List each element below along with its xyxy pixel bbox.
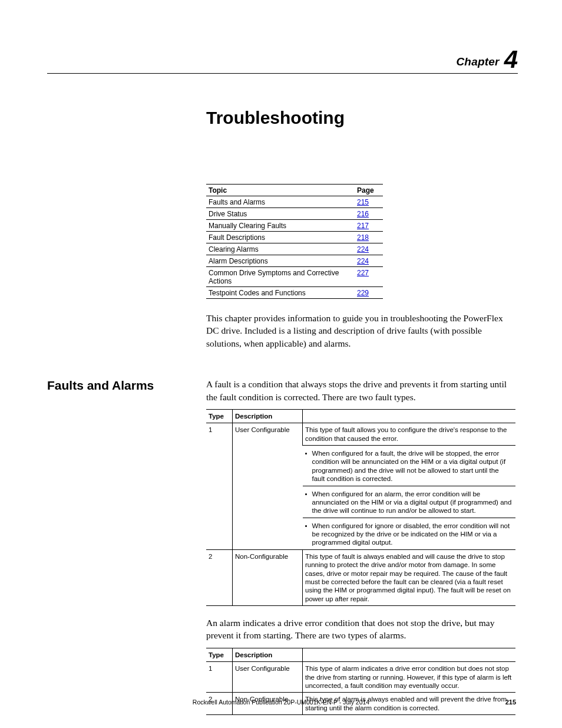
fault-desc-cell: •When configured for a fault, the drive … (303, 446, 516, 486)
chapter-header: Chapter 4 (47, 47, 518, 74)
bullet-icon: • (305, 449, 308, 483)
fault-name-cell: Non-Configurable (233, 549, 303, 605)
chapter-number: 4 (504, 45, 518, 73)
topic-row: Alarm Descriptions 224 (206, 255, 383, 267)
fault-bullet-text: When configured for ignore or disabled, … (312, 522, 512, 547)
footer-page-number: 215 (505, 699, 516, 706)
fault-desc-cell: •When configured for ignore or disabled,… (303, 518, 516, 549)
chapter-label: Chapter (456, 55, 499, 68)
alarm-intro-paragraph: An alarm indicates a drive error conditi… (206, 617, 518, 642)
page-title: Troubleshooting (206, 108, 518, 128)
section-heading-faults-and-alarms: Faults and Alarms (47, 378, 206, 393)
topic-page-link[interactable]: 224 (357, 257, 369, 265)
topic-cell: Common Drive Symptoms and Corrective Act… (206, 267, 355, 287)
topic-cell: Faults and Alarms (206, 196, 355, 208)
fault-type-cell: 2 (206, 549, 233, 605)
alarm-type-cell: 1 (206, 662, 233, 693)
topic-page-link[interactable]: 224 (357, 245, 369, 253)
fault-row: 2 Non-Configurable This type of fault is… (206, 549, 515, 605)
fault-bullet-text: When configured for an alarm, the error … (312, 490, 512, 515)
topic-cell: Fault Descriptions (206, 232, 355, 243)
fault-row: 1 User Configurable This type of fault a… (206, 423, 515, 446)
topic-page-link[interactable]: 217 (357, 222, 369, 230)
topic-page-link[interactable]: 218 (357, 233, 369, 242)
footer-publication: Rockwell Automation Publication 20P-UM00… (0, 699, 562, 706)
topic-page-link[interactable]: 229 (357, 289, 369, 297)
topic-header-topic: Topic (206, 185, 355, 196)
fault-type-cell: 1 (206, 423, 233, 550)
topic-row: Faults and Alarms 215 (206, 196, 383, 208)
fault-desc-cell: This type of fault allows you to configu… (303, 423, 516, 446)
bullet-icon: • (305, 490, 308, 515)
topic-page-link[interactable]: 215 (357, 198, 369, 206)
fault-bullet-text: When configured for a fault, the drive w… (312, 449, 512, 483)
topic-cell: Alarm Descriptions (206, 255, 355, 267)
alarm-header-type: Type (206, 648, 233, 661)
topic-header-page: Page (355, 185, 383, 196)
topic-page-link[interactable]: 227 (357, 269, 369, 277)
topic-cell: Manually Clearing Faults (206, 220, 355, 232)
topic-cell: Clearing Alarms (206, 243, 355, 255)
fault-intro-paragraph: A fault is a condition that always stops… (206, 378, 518, 403)
alarm-desc-cell: This type of alarm indicates a drive err… (303, 662, 516, 693)
topic-row: Fault Descriptions 218 (206, 232, 383, 243)
topic-table: Topic Page Faults and Alarms 215 Drive S… (206, 184, 383, 299)
alarm-header-description: Description (233, 648, 303, 661)
topic-cell: Drive Status (206, 208, 355, 220)
topic-row: Testpoint Codes and Functions 229 (206, 287, 383, 299)
fault-desc-cell: This type of fault is always enabled and… (303, 549, 516, 605)
intro-paragraph: This chapter provides information to gui… (206, 312, 513, 350)
topic-cell: Testpoint Codes and Functions (206, 287, 355, 299)
topic-page-link[interactable]: 216 (357, 210, 369, 218)
fault-name-cell: User Configurable (233, 423, 303, 550)
alarm-row: 1 User Configurable This type of alarm i… (206, 662, 515, 693)
topic-row: Drive Status 216 (206, 208, 383, 220)
fault-desc-cell: •When configured for an alarm, the error… (303, 486, 516, 518)
alarm-name-cell: User Configurable (233, 662, 303, 693)
topic-row: Common Drive Symptoms and Corrective Act… (206, 267, 383, 287)
bullet-icon: • (305, 522, 308, 547)
topic-row: Clearing Alarms 224 (206, 243, 383, 255)
fault-header-type: Type (206, 409, 233, 423)
fault-types-table: Type Description 1 User Configurable Thi… (206, 409, 515, 606)
topic-row: Manually Clearing Faults 217 (206, 220, 383, 232)
fault-header-description: Description (233, 409, 303, 423)
